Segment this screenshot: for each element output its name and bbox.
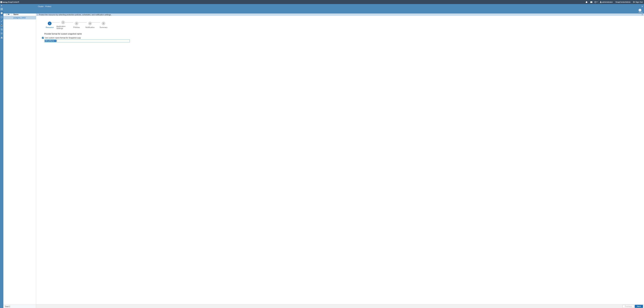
token-hostname[interactable]: $HostName × (45, 40, 56, 42)
nav-monitor[interactable] (0, 15, 3, 19)
svg-rect-6 (2, 24, 2, 25)
info-icon: i (638, 9, 641, 12)
nav-storage[interactable] (0, 27, 3, 31)
brand: NetApp SnapCenter® (0, 1, 20, 3)
svg-rect-0 (0, 1, 1, 3)
help-button[interactable]: ? (594, 0, 598, 4)
token-remove-icon[interactable]: × (55, 40, 56, 42)
help-icon: ? (594, 1, 596, 3)
resource-rows: postgres_5432 (3, 16, 36, 305)
svg-point-13 (2, 33, 2, 34)
info-dismiss[interactable]: ✕ (642, 14, 643, 16)
custom-name-checkbox-label: Use custom name format for Snapshot copy (45, 37, 81, 39)
wizard-steps: 1Resource 2Application Settings 3Policie… (36, 16, 644, 29)
details-button[interactable]: i Details (638, 9, 643, 13)
close-button[interactable]: ✕ (641, 5, 643, 8)
svg-text:?: ? (595, 2, 596, 3)
nav-hosts[interactable] (0, 23, 3, 27)
info-bar: i Protect the resource by selecting prot… (36, 14, 644, 16)
previous-button: Previous (623, 305, 634, 308)
info-icon: i (36, 14, 39, 16)
gauge-icon (1, 16, 3, 18)
messages-button[interactable] (589, 0, 594, 4)
nav-reports[interactable] (0, 19, 3, 23)
sign-out-button[interactable]: Sign Out (632, 0, 644, 4)
info-text: Protect the resource by selecting protec… (39, 14, 112, 16)
step-application-settings[interactable]: 2Application Settings (56, 21, 70, 29)
shield-icon (1, 12, 3, 14)
nav-alerts[interactable] (0, 35, 3, 40)
column-name: Name (12, 13, 18, 15)
step-connectors (44, 22, 102, 23)
signout-icon (633, 1, 635, 3)
resource-panel: PostgreSQL Name postgres_5432 Total 1 (3, 4, 36, 308)
nav-resources[interactable] (0, 11, 3, 15)
form-heading: Provide format for custom snapshot name (44, 33, 130, 35)
sub-header: Cluster - Protect ✕ i Details (3, 4, 644, 14)
main: i Protect the resource by selecting prot… (36, 14, 644, 308)
svg-point-12 (1, 33, 1, 33)
svg-rect-1 (1, 1, 2, 3)
topbar: NetApp SnapCenter® ? administrator SnapC… (0, 0, 644, 4)
next-button[interactable]: Next (635, 305, 643, 308)
breadcrumb: Cluster - Protect (36, 4, 53, 9)
resource-form: Provide format for custom snapshot name … (36, 29, 130, 42)
caret-down-icon (596, 2, 598, 2)
user-menu[interactable]: administrator (598, 0, 614, 4)
nav-toggle[interactable] (0, 4, 3, 7)
notifications-button[interactable] (584, 0, 589, 4)
token-text: $HostName (46, 40, 54, 42)
alert-icon (1, 36, 3, 38)
clone-icon (1, 28, 3, 30)
nav-rail (0, 4, 3, 308)
user-label: administrator (602, 1, 613, 3)
mail-icon (590, 1, 592, 3)
svg-text:NetApp: NetApp (2, 1, 8, 3)
svg-point-14 (1, 34, 2, 34)
wizard-content: 1Resource 2Application Settings 3Policie… (36, 16, 644, 308)
custom-name-checkbox[interactable] (42, 37, 44, 39)
svg-text:i: i (640, 9, 640, 11)
folder-icon (8, 14, 10, 15)
sign-out-label: Sign Out (636, 1, 643, 3)
bell-icon (586, 1, 588, 3)
text-caret (57, 40, 57, 42)
wizard-footer: Previous Next (36, 304, 644, 308)
role-menu[interactable]: SnapCenterAdmin (614, 0, 632, 4)
details-label: Details (638, 12, 643, 13)
sort-icon (6, 14, 8, 15)
svg-rect-7 (1, 26, 1, 26)
network-icon (1, 24, 3, 26)
snapshot-name-field[interactable]: $HostName × (44, 40, 130, 42)
role-label: SnapCenterAdmin (616, 1, 630, 3)
svg-rect-8 (2, 26, 2, 26)
custom-name-checkbox-row[interactable]: Use custom name format for Snapshot copy (42, 37, 130, 39)
sliders-icon (1, 32, 3, 34)
resource-name: postgres_5432 (12, 17, 26, 19)
product-name: SnapCenter® (8, 1, 19, 3)
user-icon (600, 1, 602, 3)
chevron-right-icon (1, 5, 2, 6)
chart-icon (1, 20, 3, 22)
nav-dashboard[interactable] (0, 7, 3, 11)
table-row[interactable]: postgres_5432 (3, 16, 36, 19)
nav-settings[interactable] (0, 31, 3, 35)
resource-footer: Total 1 (3, 305, 36, 308)
grid-icon (1, 8, 3, 10)
svg-rect-9 (2, 26, 3, 26)
netapp-logo-icon: NetApp (0, 1, 8, 3)
